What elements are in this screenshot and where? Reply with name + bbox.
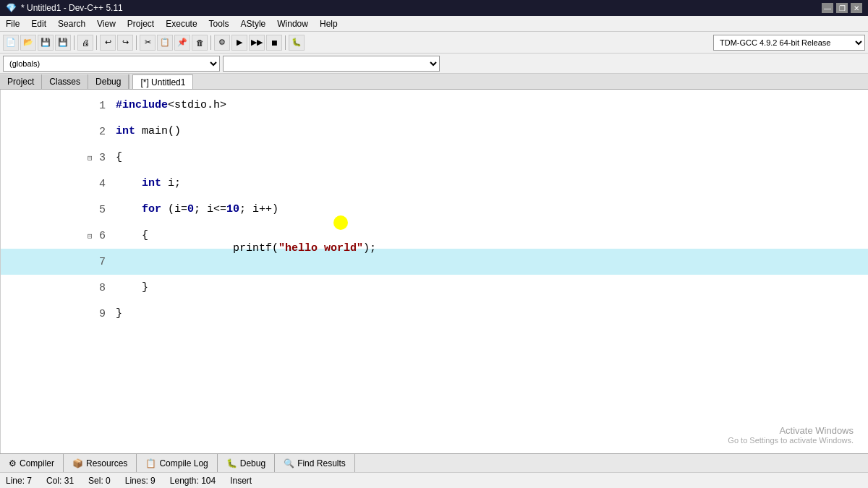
toolbar-debug[interactable]: 🐛 xyxy=(289,35,305,51)
toolbar-sep-5 xyxy=(285,35,286,50)
status-sel: Sel: 0 xyxy=(88,476,111,486)
toolbar-sep-1 xyxy=(74,35,75,50)
code-line-7: 7 printf("hello world"); xyxy=(1,249,868,275)
line-num-1: 1 xyxy=(1,100,113,112)
line-code-8[interactable]: } xyxy=(113,275,868,301)
fold-icon-6[interactable]: ⊟ xyxy=(88,231,93,241)
code-line-9: 9 } xyxy=(1,301,868,327)
line-code-9[interactable]: } xyxy=(113,301,868,327)
code-line-3: ⊟ 3 { xyxy=(1,145,868,171)
tabs-bar: Project Classes Debug [*] Untitled1 xyxy=(0,74,868,90)
main-layout: 1 #include<stdio.h> 2 int main() ⊟ 3 { 4… xyxy=(0,90,868,453)
menu-item-edit[interactable]: Edit xyxy=(25,16,52,31)
status-lines: Lines: 9 xyxy=(125,476,156,486)
code-line-2: 2 int main() xyxy=(1,119,868,145)
toolbar-open[interactable]: 📂 xyxy=(20,35,36,51)
code-content: 1 #include<stdio.h> 2 int main() ⊟ 3 { 4… xyxy=(1,90,868,453)
debug-icon: 🐛 xyxy=(226,458,237,468)
close-button[interactable]: ✕ xyxy=(851,3,862,13)
resources-icon: 📦 xyxy=(72,458,83,468)
toolbar-saveall[interactable]: 💾 xyxy=(55,35,71,51)
line-code-1[interactable]: #include<stdio.h> xyxy=(113,93,868,119)
line-num-8: 8 xyxy=(1,282,113,294)
code-line-1: 1 #include<stdio.h> xyxy=(1,93,868,119)
bottom-tab-findresults[interactable]: 🔍 Find Results xyxy=(275,454,355,472)
line-num-6: ⊟ 6 xyxy=(1,230,113,242)
menu-item-window[interactable]: Window xyxy=(271,16,314,31)
status-mode: Insert xyxy=(230,476,252,486)
toolbar-stop[interactable]: ⏹ xyxy=(266,35,282,51)
line-num-9: 9 xyxy=(1,308,113,320)
compiler-select[interactable]: TDM-GCC 4.9.2 64-bit Release xyxy=(713,35,865,51)
tab-debug[interactable]: Debug xyxy=(88,74,129,89)
line-code-4[interactable]: int i; xyxy=(113,171,868,197)
toolbar-print[interactable]: 🖨 xyxy=(77,35,93,51)
menu-item-project[interactable]: Project xyxy=(122,16,160,31)
menu-bar: FileEditSearchViewProjectExecuteToolsASt… xyxy=(0,16,868,32)
menu-item-help[interactable]: Help xyxy=(314,16,344,31)
toolbar-sep-4 xyxy=(210,35,211,50)
bottom-tab-debug[interactable]: 🐛 Debug xyxy=(218,454,275,472)
menu-item-file[interactable]: File xyxy=(0,16,25,31)
tab-project[interactable]: Project xyxy=(0,74,42,89)
toolbar-1: 📄 📂 💾 💾 🖨 ↩ ↪ ✂ 📋 📌 🗑 ⚙ ▶ ▶▶ ⏹ 🐛 TDM-GCC… xyxy=(0,32,868,53)
tab-file-untitled[interactable]: [*] Untitled1 xyxy=(132,74,193,89)
toolbar-undo[interactable]: ↩ xyxy=(100,35,116,51)
restore-button[interactable]: ❐ xyxy=(836,3,848,13)
tab-classes[interactable]: Classes xyxy=(42,74,88,89)
status-length: Length: 104 xyxy=(170,476,216,486)
cursor-marker xyxy=(333,215,348,230)
debug-tab-label: Debug xyxy=(240,458,265,468)
toolbar-paste[interactable]: 📌 xyxy=(174,35,190,51)
minimize-button[interactable]: — xyxy=(822,3,833,13)
toolbar-run[interactable]: ▶ xyxy=(231,35,247,51)
menu-item-view[interactable]: View xyxy=(91,16,122,31)
compiler-tab-label: Compiler xyxy=(20,458,54,468)
toolbar-delete[interactable]: 🗑 xyxy=(192,35,208,51)
menu-item-tools[interactable]: Tools xyxy=(203,16,235,31)
menu-item-execute[interactable]: Execute xyxy=(160,16,203,31)
line-code-2[interactable]: int main() xyxy=(113,119,868,145)
compilelog-icon: 📋 xyxy=(145,458,156,468)
line-num-3: ⊟ 3 xyxy=(1,152,113,164)
compilelog-tab-label: Compile Log xyxy=(159,458,208,468)
title-bar-title: 💎 * Untitled1 - Dev-C++ 5.11 xyxy=(6,3,123,13)
toolbar-copy[interactable]: 📋 xyxy=(157,35,173,51)
title-bar-controls: — ❐ ✕ xyxy=(822,3,862,13)
code-line-4: 4 int i; xyxy=(1,171,868,197)
menu-item-search[interactable]: Search xyxy=(52,16,91,31)
compiler-icon: ⚙ xyxy=(9,458,17,468)
toolbar-save[interactable]: 💾 xyxy=(38,35,54,51)
line-num-4: 4 xyxy=(1,178,113,190)
status-col: Col: 31 xyxy=(46,476,74,486)
toolbar-sep-3 xyxy=(136,35,137,50)
menu-item-astyle[interactable]: AStyle xyxy=(235,16,272,31)
status-line: Line: 7 xyxy=(6,476,32,486)
line-num-2: 2 xyxy=(1,126,113,138)
toolbar-redo[interactable]: ↪ xyxy=(117,35,133,51)
toolbar-cut[interactable]: ✂ xyxy=(140,35,156,51)
tab-pane-selector: Project Classes Debug xyxy=(0,74,129,89)
func-select[interactable] xyxy=(223,56,440,72)
line-num-7: 7 xyxy=(1,256,113,268)
toolbar-2: (globals) xyxy=(0,53,868,74)
bottom-tab-compiler[interactable]: ⚙ Compiler xyxy=(0,454,64,472)
toolbar-compile-run[interactable]: ▶▶ xyxy=(249,35,265,51)
line-code-3[interactable]: { xyxy=(113,145,868,171)
fold-icon-3[interactable]: ⊟ xyxy=(88,153,93,163)
code-line-8: 8 } xyxy=(1,275,868,301)
scope-select[interactable]: (globals) xyxy=(3,56,220,72)
status-bar: Line: 7 Col: 31 Sel: 0 Lines: 9 Length: … xyxy=(0,472,868,488)
line-num-5: 5 xyxy=(1,204,113,216)
toolbar-new[interactable]: 📄 xyxy=(3,35,19,51)
bottom-panel: ⚙ Compiler 📦 Resources 📋 Compile Log 🐛 D… xyxy=(0,453,868,472)
findresults-tab-label: Find Results xyxy=(297,458,346,468)
toolbar-sep-2 xyxy=(96,35,97,50)
title-bar: 💎 * Untitled1 - Dev-C++ 5.11 — ❐ ✕ xyxy=(0,0,868,16)
editor-area[interactable]: 1 #include<stdio.h> 2 int main() ⊟ 3 { 4… xyxy=(1,90,868,453)
bottom-tab-resources[interactable]: 📦 Resources xyxy=(64,454,137,472)
bottom-tab-compilelog[interactable]: 📋 Compile Log xyxy=(137,454,217,472)
window-title: * Untitled1 - Dev-C++ 5.11 xyxy=(21,3,123,13)
toolbar-compile[interactable]: ⚙ xyxy=(214,35,230,51)
resources-tab-label: Resources xyxy=(86,458,127,468)
